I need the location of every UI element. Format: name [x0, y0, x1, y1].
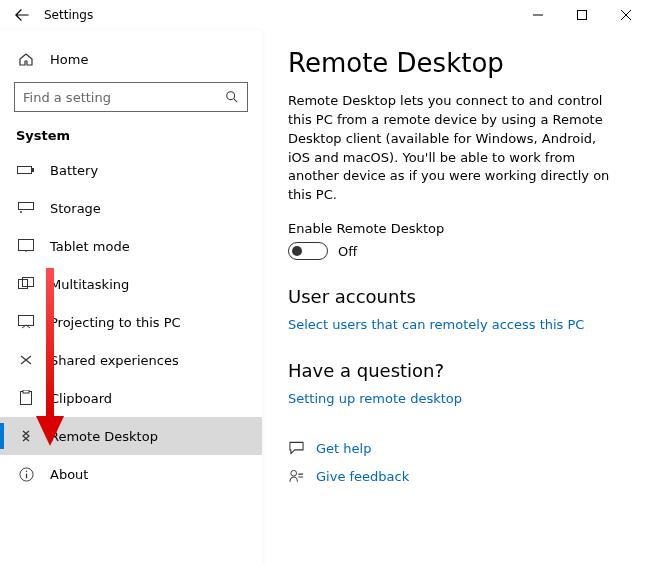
sidebar-item-label: Multitasking: [50, 277, 129, 292]
maximize-button[interactable]: [560, 0, 604, 30]
minimize-button[interactable]: [516, 0, 560, 30]
get-help-link[interactable]: Get help: [316, 441, 371, 456]
shared-experiences-icon: [16, 353, 36, 367]
multitasking-icon: [16, 277, 36, 291]
sidebar-item-label: Projecting to this PC: [50, 315, 181, 330]
sidebar-item-clipboard[interactable]: Clipboard: [0, 379, 262, 417]
svg-rect-0: [578, 11, 587, 20]
enable-remote-desktop-toggle[interactable]: [288, 242, 328, 260]
svg-point-15: [290, 470, 296, 476]
user-accounts-heading: User accounts: [288, 286, 622, 307]
titlebar: Settings: [0, 0, 648, 30]
setting-up-remote-desktop-link[interactable]: Setting up remote desktop: [288, 391, 462, 406]
sidebar-item-shared-experiences[interactable]: Shared experiences: [0, 341, 262, 379]
feedback-icon: [288, 469, 304, 483]
sidebar-item-multitasking[interactable]: Multitasking: [0, 265, 262, 303]
sidebar-item-label: About: [50, 467, 88, 482]
battery-icon: [16, 164, 36, 176]
minimize-icon: [533, 10, 543, 20]
search-input-wrap[interactable]: [14, 82, 248, 112]
close-button[interactable]: [604, 0, 648, 30]
back-button[interactable]: [8, 8, 36, 22]
window-controls: [516, 0, 648, 30]
sidebar-item-label: Tablet mode: [50, 239, 130, 254]
sidebar-item-label: Shared experiences: [50, 353, 179, 368]
select-users-link[interactable]: Select users that can remotely access th…: [288, 317, 584, 332]
close-icon: [621, 10, 631, 20]
sidebar-item-tablet-mode[interactable]: Tablet mode: [0, 227, 262, 265]
toggle-label: Enable Remote Desktop: [288, 221, 622, 236]
svg-rect-2: [18, 167, 32, 174]
arrow-left-icon: [15, 8, 29, 22]
sidebar-item-label: Clipboard: [50, 391, 112, 406]
maximize-icon: [577, 10, 587, 20]
window-title: Settings: [44, 8, 93, 22]
sidebar-item-battery[interactable]: Battery: [0, 151, 262, 189]
page-description: Remote Desktop lets you connect to and c…: [288, 92, 622, 205]
page-title: Remote Desktop: [288, 48, 622, 78]
svg-rect-10: [19, 316, 34, 326]
svg-point-1: [227, 92, 235, 100]
sidebar-item-label: Battery: [50, 163, 98, 178]
svg-point-14: [25, 470, 27, 472]
sidebar-item-storage[interactable]: Storage: [0, 189, 262, 227]
tablet-icon: [16, 239, 36, 253]
sidebar-item-about[interactable]: About: [0, 455, 262, 493]
projecting-icon: [16, 315, 36, 329]
sidebar-home[interactable]: Home: [0, 40, 262, 78]
sidebar-item-remote-desktop[interactable]: Remote Desktop: [0, 417, 262, 455]
give-feedback-link[interactable]: Give feedback: [316, 469, 409, 484]
remote-desktop-icon: [16, 429, 36, 443]
home-icon: [16, 51, 36, 67]
sidebar-item-projecting[interactable]: Projecting to this PC: [0, 303, 262, 341]
sidebar-home-label: Home: [50, 52, 88, 67]
have-a-question-heading: Have a question?: [288, 360, 622, 381]
svg-rect-4: [19, 203, 34, 210]
sidebar-item-label: Storage: [50, 201, 101, 216]
info-icon: [16, 467, 36, 482]
svg-point-7: [25, 251, 26, 252]
toggle-state-text: Off: [338, 244, 357, 259]
sidebar: Home System Battery Storage: [0, 30, 262, 565]
svg-rect-12: [23, 390, 29, 393]
chat-icon: [288, 441, 304, 455]
svg-rect-3: [32, 168, 34, 172]
svg-rect-6: [19, 240, 34, 251]
search-input[interactable]: [23, 90, 225, 105]
content-pane: Remote Desktop Remote Desktop lets you c…: [262, 30, 648, 565]
storage-icon: [16, 202, 36, 214]
sidebar-item-label: Remote Desktop: [50, 429, 158, 444]
search-icon: [225, 90, 239, 104]
svg-point-5: [20, 211, 22, 213]
clipboard-icon: [16, 390, 36, 406]
sidebar-section-label: System: [0, 122, 262, 151]
